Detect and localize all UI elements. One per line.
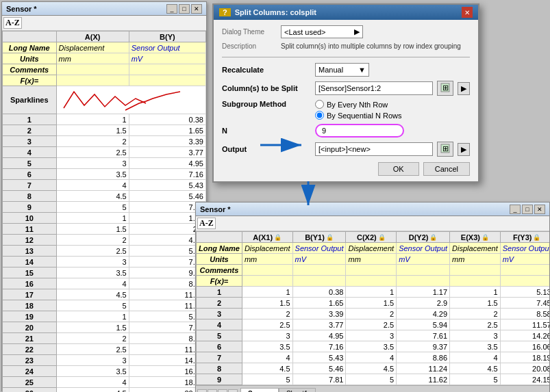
window2-maximize[interactable]: □ xyxy=(522,205,533,214)
col-a-header[interactable]: A(X) xyxy=(56,31,129,42)
row-2: 2 xyxy=(3,125,57,136)
cancel-button[interactable]: Cancel xyxy=(423,162,470,176)
w2-fx-d xyxy=(397,276,450,287)
window2-titlebar: Sensor * _ □ ✕ xyxy=(196,202,549,216)
output-browse-button[interactable]: ⊞ xyxy=(437,142,453,157)
radio-sequential-input[interactable] xyxy=(315,111,324,120)
w2-col-a[interactable]: A(X1) 🔒 xyxy=(242,232,292,243)
units-a: mm xyxy=(56,53,129,64)
w2-row-6: 6 xyxy=(197,341,242,352)
w2-units-d: mV xyxy=(397,254,450,265)
columns-split-row: Column(s) to be Split ⊞ ▶ xyxy=(222,81,470,96)
comments-a xyxy=(56,64,129,75)
row-18: 18 xyxy=(3,300,57,311)
subgroup-row: Subgroup Method By Every Nth Row By Sequ… xyxy=(222,100,470,120)
w2-col-b[interactable]: B(Y1) 🔒 xyxy=(292,232,346,243)
row-15: 15 xyxy=(3,267,57,278)
n-label: N xyxy=(222,127,311,135)
w2-units-label: Units xyxy=(197,254,242,265)
window2-minimize[interactable]: _ xyxy=(510,205,521,214)
recalculate-dropdown[interactable]: Manual ▼ xyxy=(315,63,369,77)
w2-col-f[interactable]: F(Y3) 🔒 xyxy=(500,232,549,243)
toolbar2-az-icon: A-Z xyxy=(197,218,216,229)
window1-grid: A(X) B(Y) Long Name Displacement Sensor … xyxy=(2,31,206,392)
radio-every-nth-row: By Every Nth Row xyxy=(315,100,401,109)
w2-comments-c xyxy=(346,265,397,276)
window2-title: Sensor * xyxy=(200,205,231,213)
n-input[interactable] xyxy=(315,124,404,138)
row-14: 14 xyxy=(3,257,57,267)
dialog-close-button[interactable]: ✕ xyxy=(462,7,473,18)
w2-row-9: 9 xyxy=(197,374,242,385)
output-label: Output xyxy=(222,145,311,153)
tab-next-arrow[interactable]: ▶ xyxy=(218,389,227,392)
tab-last-arrow[interactable]: ▶| xyxy=(228,389,238,392)
tab-sensor[interactable]: Sensor xyxy=(240,388,279,392)
theme-arrow-icon: ▶ xyxy=(354,27,360,36)
longname-label: Long Name xyxy=(3,42,57,53)
theme-row: Dialog Theme <Last used> ▶ xyxy=(222,25,470,38)
theme-value: <Last used> xyxy=(284,28,326,36)
w2-fx-b xyxy=(292,276,346,287)
w2-comments-d xyxy=(397,265,450,276)
window2: Sensor * _ □ ✕ A-Z A(X1) 🔒 B(Y1) 🔒 C(X2)… xyxy=(195,202,550,392)
w2-comments-b xyxy=(292,265,346,276)
radio-every-nth-label: By Every Nth Row xyxy=(327,101,388,109)
theme-dropdown[interactable]: <Last used> ▶ xyxy=(281,25,363,38)
window1-close[interactable]: ✕ xyxy=(191,4,202,14)
w2-row-5: 5 xyxy=(197,330,242,341)
longname-b: Sensor Output xyxy=(129,42,205,53)
ok-button[interactable]: OK xyxy=(378,162,419,176)
units-label: Units xyxy=(3,53,57,64)
row-20: 20 xyxy=(3,322,57,333)
w2-longname-label: Long Name xyxy=(197,243,242,254)
radio-every-nth-input[interactable] xyxy=(315,100,324,109)
lock-d-icon: 🔒 xyxy=(429,234,437,241)
window1-minimize[interactable]: _ xyxy=(166,4,177,14)
w2-col-d[interactable]: D(Y2) 🔒 xyxy=(397,232,450,243)
columns-browse-button[interactable]: ⊞ xyxy=(437,81,453,96)
lock-a-icon: 🔒 xyxy=(274,234,282,241)
columns-input[interactable] xyxy=(315,81,433,95)
w2-comments-e xyxy=(450,265,501,276)
dialog-title-text: Split Columns: colsplit xyxy=(235,8,462,16)
window2-close[interactable]: ✕ xyxy=(534,205,545,214)
w2-comments-a xyxy=(242,265,292,276)
w2-longname-d: Sensor Output xyxy=(397,243,450,254)
tab-prev-arrow[interactable]: ◀ xyxy=(208,389,217,392)
dialog-body: Dialog Theme <Last used> ▶ Description S… xyxy=(214,20,478,181)
svg-text:⊞: ⊞ xyxy=(442,144,449,153)
corner-cell xyxy=(3,31,57,42)
w2-col-e[interactable]: E(X3) 🔒 xyxy=(450,232,501,243)
fx-label: F(x)= xyxy=(3,75,57,86)
units-b: mV xyxy=(129,53,205,64)
w2-fx-e xyxy=(450,276,501,287)
fx-b xyxy=(129,75,205,86)
dialog-question-mark: ? xyxy=(219,8,231,16)
row-25: 25 xyxy=(3,377,57,388)
columns-arrow-button[interactable]: ▶ xyxy=(458,82,470,95)
w2-longname-c: Displacement xyxy=(346,243,397,254)
columns-label: Column(s) to be Split xyxy=(222,84,311,92)
w2-row-1: 1 xyxy=(197,287,242,298)
w2-units-e: mm xyxy=(450,254,501,265)
w2-col-c[interactable]: C(X2) 🔒 xyxy=(346,232,397,243)
recalculate-row: Recalculate Manual ▼ xyxy=(222,63,470,77)
lock-f-icon: 🔒 xyxy=(533,234,540,241)
output-input[interactable] xyxy=(315,142,433,156)
window1-maximize[interactable]: □ xyxy=(179,4,190,14)
dialog-titlebar: ? Split Columns: colsplit ✕ xyxy=(214,5,478,20)
output-arrow-button[interactable]: ▶ xyxy=(458,143,470,156)
tab-first-arrow[interactable]: |◀ xyxy=(197,389,207,392)
tab-sheet1[interactable]: Sheet1 xyxy=(279,388,316,392)
w2-row-2: 2 xyxy=(197,298,242,309)
w2-corner xyxy=(197,232,242,243)
w2-longname-a: Displacement xyxy=(242,243,292,254)
button-row: OK Cancel xyxy=(222,162,470,176)
col-b-header[interactable]: B(Y) xyxy=(129,31,205,42)
sparklines-label: Sparklines xyxy=(3,86,57,114)
longname-a: Displacement xyxy=(56,42,129,53)
row-11: 11 xyxy=(3,224,57,235)
fx-a xyxy=(56,75,129,86)
tab-navigation: |◀ ◀ ▶ ▶| xyxy=(197,389,238,392)
